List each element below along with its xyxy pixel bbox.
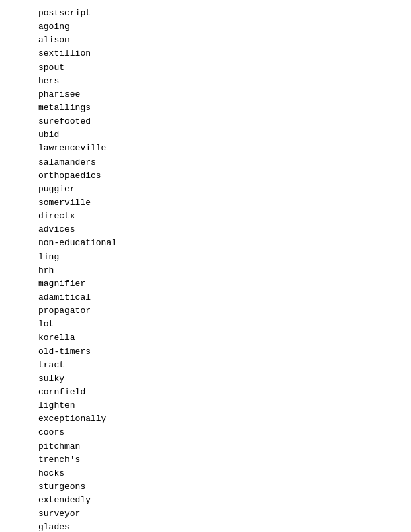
- list-item: orthopaedics: [38, 169, 373, 183]
- list-item: pharisee: [38, 88, 373, 101]
- list-item: alison: [38, 34, 373, 47]
- list-item: magnifier: [38, 277, 373, 291]
- list-item: coors: [38, 426, 373, 439]
- list-item: postscript: [38, 7, 373, 20]
- list-item: metallings: [38, 101, 373, 115]
- word-list: postscriptagoingalisonsextillionspouther…: [38, 7, 373, 532]
- list-item: old-timers: [38, 345, 373, 359]
- list-item: tract: [38, 359, 373, 372]
- list-item: sulky: [38, 372, 373, 386]
- list-item: directx: [38, 210, 373, 223]
- list-item: pitchman: [38, 440, 373, 453]
- list-item: trench's: [38, 453, 373, 467]
- list-item: spout: [38, 61, 373, 75]
- list-item: salamanders: [38, 156, 373, 169]
- list-item: hocks: [38, 467, 373, 480]
- list-item: hrh: [38, 264, 373, 277]
- list-item: ubid: [38, 128, 373, 142]
- list-item: agoing: [38, 20, 373, 34]
- list-item: adamitical: [38, 291, 373, 304]
- list-item: advices: [38, 223, 373, 236]
- list-item: lawrenceville: [38, 142, 373, 155]
- list-item: glades: [38, 521, 373, 532]
- list-item: surefooted: [38, 115, 373, 128]
- list-item: sextillion: [38, 47, 373, 60]
- list-item: puggier: [38, 183, 373, 196]
- list-item: extendedly: [38, 494, 373, 507]
- list-item: sturgeons: [38, 480, 373, 494]
- list-item: exceptionally: [38, 412, 373, 426]
- list-item: non-educational: [38, 236, 373, 250]
- list-item: ling: [38, 251, 373, 264]
- list-item: surveyor: [38, 507, 373, 521]
- list-item: cornfield: [38, 386, 373, 399]
- list-item: lighten: [38, 399, 373, 412]
- list-item: hers: [38, 75, 373, 88]
- list-item: lot: [38, 318, 373, 331]
- list-item: somerville: [38, 196, 373, 210]
- list-item: propagator: [38, 304, 373, 318]
- list-item: korella: [38, 331, 373, 345]
